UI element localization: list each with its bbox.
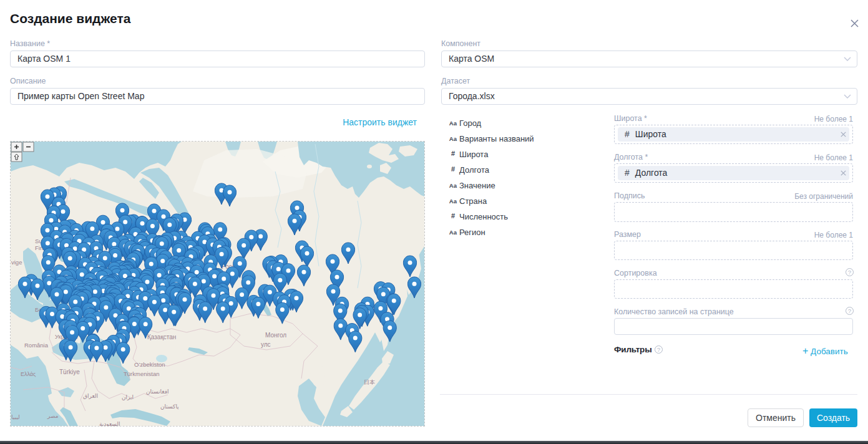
svg-text:ليبيا: ليبيا <box>11 414 20 420</box>
svg-text:السعودية: السعودية <box>99 421 120 426</box>
svg-text:افغانستان: افغانستان <box>146 388 169 395</box>
svg-text:O’zbekiston: O’zbekiston <box>134 361 165 368</box>
svg-text:Монгол: Монгол <box>265 332 286 339</box>
svg-text:Türkiye: Türkiye <box>59 369 80 375</box>
svg-text:улс: улс <box>261 341 271 348</box>
svg-text:العراق: العراق <box>83 393 98 399</box>
svg-text:Қазақстан: Қазақстан <box>147 334 176 340</box>
svg-text:پاکستان: پاکستان <box>160 403 179 410</box>
svg-text:ایران: ایران <box>122 394 134 400</box>
svg-text:日本: 日本 <box>364 379 375 385</box>
svg-text:مصر: مصر <box>47 413 59 419</box>
svg-text:România: România <box>24 342 49 349</box>
svg-text:vige: vige <box>11 259 22 266</box>
svg-text:Türkmenistan: Türkmenistan <box>124 370 160 377</box>
svg-text:Ελλάς: Ελλάς <box>21 371 36 377</box>
